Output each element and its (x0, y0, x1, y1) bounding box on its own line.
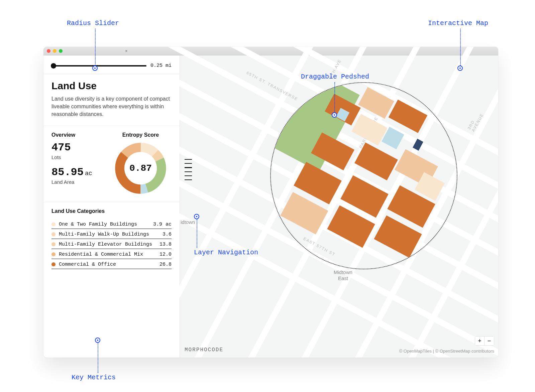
area-label: Land Area (51, 179, 110, 185)
category-name: Multi-Family Walk-Up Buildings (59, 232, 159, 237)
overview-label: Overview (51, 132, 110, 138)
swatch-icon (51, 232, 56, 236)
layer-item[interactable] (185, 163, 192, 164)
layer-item[interactable] (185, 171, 192, 172)
category-row[interactable]: Multi-Family Elevator Buildings13.8 (51, 239, 172, 249)
interactive-map[interactable]: 65TH ST. TRANSVERSE 5TH AVE PARK AVENUE … (180, 55, 498, 358)
layer-item[interactable] (185, 175, 192, 176)
area-unit: ac (85, 170, 92, 177)
layer-item[interactable] (185, 179, 192, 180)
page-description: Land use diversity is a key component of… (51, 95, 172, 118)
pedshed-circle[interactable] (270, 82, 457, 269)
layer-item[interactable] (185, 167, 192, 168)
category-row[interactable]: Multi-Family Walk-Up Buildings3.6 (51, 229, 172, 239)
tab-close-icon[interactable]: × (125, 48, 128, 53)
map-brand: MORPHOCODE (185, 347, 223, 353)
panel-header: Land Use Land use diversity is a key com… (43, 74, 180, 126)
category-value: 26.8 (159, 262, 172, 267)
radius-value: 0.25 mi (150, 63, 172, 69)
page-title: Land Use (51, 80, 172, 92)
app-window: × 0.25 mi Land Use Land use diversity is… (43, 47, 498, 358)
category-name: One & Two Family Buildings (59, 222, 150, 227)
layer-item[interactable] (185, 159, 192, 160)
close-icon[interactable] (47, 49, 50, 53)
district-label: MidtownEast (334, 269, 352, 281)
zoom-out-button[interactable]: − (485, 337, 494, 345)
swatch-icon (51, 242, 56, 246)
layer-navigation[interactable] (185, 159, 192, 180)
category-value: 12.0 (159, 252, 172, 257)
annotation-label: Layer Navigation (194, 249, 258, 256)
swatch-icon (51, 252, 56, 256)
categories-title: Land Use Categories (51, 208, 172, 214)
area-value: 85.95 (51, 166, 84, 178)
district-label: idtown (181, 219, 195, 225)
category-row[interactable]: Residential & Commercial Mix12.0 (51, 249, 172, 259)
category-unit: ac (166, 222, 172, 227)
minimize-icon[interactable] (53, 49, 57, 53)
entropy-value: 0.87 (113, 163, 168, 173)
swatch-icon (51, 222, 56, 226)
category-name: Residential & Commercial Mix (59, 252, 156, 257)
zoom-control: + − (475, 336, 494, 346)
zoom-in-button[interactable]: + (475, 337, 485, 345)
swatch-icon (51, 262, 56, 266)
titlebar: × (43, 47, 498, 55)
annotation-label: Radius Slider (67, 19, 119, 27)
category-row[interactable]: Commercial & Office26.8 (51, 259, 172, 269)
annotation-label: Draggable Pedshed (301, 73, 369, 81)
annotation-label: Key Metrics (72, 374, 116, 381)
overview-section: Overview 475 Lots 85.95ac Land Area Entr… (43, 126, 180, 202)
lots-label: Lots (51, 154, 110, 160)
lots-value: 475 (51, 141, 110, 154)
sidebar: 0.25 mi Land Use Land use diversity is a… (43, 55, 180, 358)
radius-slider-row: 0.25 mi (43, 55, 180, 74)
category-row[interactable]: One & Two Family Buildings3.9 ac (51, 219, 172, 229)
categories-section: Land Use Categories One & Two Family Bui… (43, 202, 180, 275)
category-value: 3.9 (153, 222, 162, 227)
entropy-label: Entropy Score (110, 132, 172, 138)
category-name: Commercial & Office (59, 262, 156, 267)
radius-slider[interactable] (51, 65, 146, 67)
maximize-icon[interactable] (59, 49, 63, 53)
category-name: Multi-Family Elevator Buildings (59, 242, 156, 247)
radius-slider-handle[interactable] (51, 63, 56, 69)
annotation-label: Interactive Map (428, 19, 488, 27)
category-value: 13.8 (159, 242, 172, 247)
entropy-donut-chart: 0.87 (113, 141, 168, 196)
category-value: 3.6 (163, 232, 172, 237)
map-attribution: © OpenMapTiles | © OpenStreetMap contrib… (399, 349, 494, 354)
